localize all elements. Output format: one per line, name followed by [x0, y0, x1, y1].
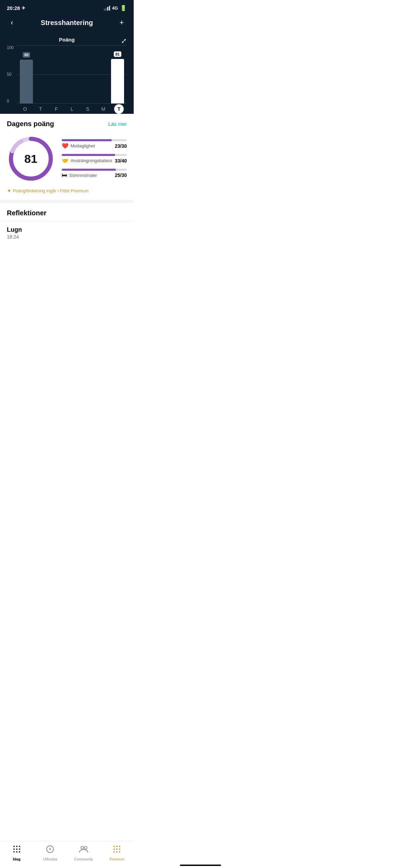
- signal-bars: [104, 6, 110, 11]
- lugn-title: Lugn: [7, 226, 127, 233]
- chart-y-labels: 100 50 0: [7, 45, 14, 104]
- status-left: 20:28 ✈: [7, 5, 25, 11]
- network-label: 4G: [112, 5, 118, 11]
- y-label-0: 0: [7, 99, 14, 104]
- dagens-section: Dagens poäng Läs mer 81: [0, 114, 134, 200]
- reflektioner-title: Reflektioner: [7, 209, 127, 217]
- expand-icon[interactable]: ⤢: [121, 37, 127, 45]
- back-button[interactable]: ‹: [7, 18, 17, 27]
- chart-section: Poäng ⤢ 100 50 0 80: [0, 33, 134, 114]
- score-container: 81 ❤️ Mottaglighet 23/30: [7, 135, 127, 183]
- metric-name-2: Sömnmönster: [69, 173, 97, 178]
- x-label-6-active: T: [114, 104, 124, 114]
- metric-score-2: 25/30: [115, 172, 127, 178]
- y-label-50: 50: [7, 72, 14, 77]
- metric-bar-bg-1: [62, 154, 127, 156]
- donut-score: 81: [24, 152, 37, 166]
- metric-icon-2: 🛏: [62, 172, 67, 178]
- location-icon: ✈: [22, 5, 25, 11]
- x-label-4: S: [80, 106, 96, 112]
- metric-bar-fill-0: [62, 139, 112, 141]
- metric-header-0: ❤️ Mottaglighet 23/30: [62, 143, 127, 149]
- metric-left-1: 🤝 Ansträngningsbalans: [62, 157, 112, 164]
- x-label-1: T: [33, 106, 49, 112]
- page-title: Stresshantering: [17, 19, 117, 27]
- bar-group-0: 80: [19, 60, 34, 104]
- time-label: 20:28: [7, 5, 20, 11]
- metric-bar-fill-1: [62, 154, 115, 156]
- bar-label-6: 81: [114, 51, 121, 57]
- metric-icon-0: ❤️: [62, 143, 69, 149]
- lugn-time: 18:24: [7, 234, 127, 240]
- x-label-3: L: [64, 106, 80, 112]
- donut-chart: 81: [7, 135, 55, 183]
- dagens-title: Dagens poäng: [7, 120, 54, 128]
- chart-container: 100 50 0 80: [7, 45, 127, 114]
- metric-somnmonster: 🛏 Sömnmönster 25/30: [62, 169, 127, 178]
- metric-mottaglighet: ❤️ Mottaglighet 23/30: [62, 139, 127, 149]
- header: ‹ Stresshantering +: [0, 15, 134, 33]
- metric-score-0: 23/30: [115, 143, 127, 149]
- metric-score-1: 33/40: [115, 158, 127, 164]
- metric-bar-fill-2: [62, 169, 116, 171]
- add-button[interactable]: +: [117, 18, 127, 27]
- lugn-section: Lugn 18:24: [7, 221, 127, 240]
- metric-anstrangning: 🤝 Ansträngningsbalans 33/40: [62, 154, 127, 164]
- status-right: 4G 🔋: [104, 5, 127, 11]
- main-content: Dagens poäng Läs mer 81: [0, 114, 134, 267]
- x-label-0: O: [17, 106, 33, 112]
- x-labels: O T F L S M T: [17, 104, 127, 114]
- metric-header-1: 🤝 Ansträngningsbalans 33/40: [62, 157, 127, 164]
- y-label-100: 100: [7, 45, 14, 50]
- premium-text: Poängfördelning ingår i Fitbit Premium: [13, 188, 88, 193]
- bar-group-6: 81: [110, 59, 125, 104]
- x-label-2: F: [48, 106, 64, 112]
- metric-left-0: ❤️ Mottaglighet: [62, 143, 95, 149]
- premium-dots-icon: ✦: [7, 188, 11, 194]
- status-bar: 20:28 ✈ 4G 🔋: [0, 0, 134, 15]
- chart-title: Poäng: [7, 37, 127, 43]
- metric-icon-1: 🤝: [62, 157, 69, 164]
- dagens-header: Dagens poäng Läs mer: [7, 120, 127, 128]
- metric-left-2: 🛏 Sömnmönster: [62, 172, 97, 178]
- metric-bar-bg-0: [62, 139, 127, 141]
- metric-header-2: 🛏 Sömnmönster 25/30: [62, 172, 127, 178]
- bar-6: [111, 59, 124, 104]
- bar-label-0: 80: [23, 52, 30, 58]
- bars-area: 80 81: [17, 45, 127, 104]
- x-label-5: M: [96, 106, 111, 112]
- metrics-area: ❤️ Mottaglighet 23/30 🤝 Ansträngningsbal…: [62, 139, 127, 178]
- reflektioner-section: Reflektioner Lugn 18:24: [0, 203, 134, 267]
- metric-name-0: Mottaglighet: [71, 143, 95, 148]
- battery-icon: 🔋: [120, 5, 127, 11]
- las-mer-link[interactable]: Läs mer: [108, 121, 127, 127]
- metric-bar-bg-2: [62, 169, 127, 171]
- bar-0: [20, 60, 33, 104]
- metric-name-1: Ansträngningsbalans: [71, 158, 112, 163]
- premium-link[interactable]: ✦ Poängfördelning ingår i Fitbit Premium: [7, 188, 127, 194]
